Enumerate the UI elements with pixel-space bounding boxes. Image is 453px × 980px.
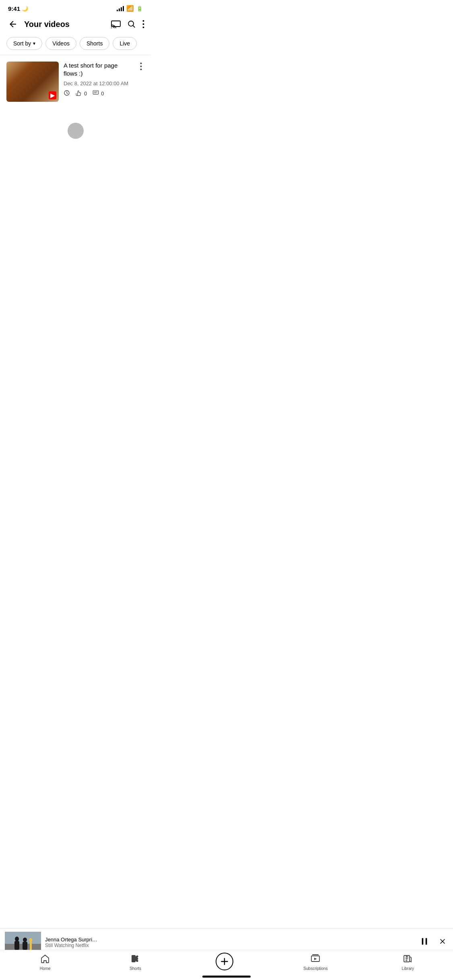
battery-icon: 🔋 bbox=[136, 6, 143, 12]
comments-stat: 0 bbox=[93, 90, 104, 97]
page-title: Your videos bbox=[24, 20, 106, 29]
header-divider bbox=[0, 55, 151, 55]
thumbs-up-icon bbox=[76, 90, 82, 97]
video-thumbnail[interactable]: ▶ bbox=[6, 62, 59, 102]
clock-icon bbox=[64, 90, 70, 97]
signal-icon bbox=[117, 6, 124, 11]
cast-button[interactable] bbox=[111, 20, 121, 28]
video-title: A test short for page flows :) bbox=[64, 62, 133, 78]
svg-point-4 bbox=[143, 23, 144, 25]
chevron-down-icon: ▾ bbox=[33, 41, 35, 46]
status-bar: 9:41 🌙 📶 🔋 bbox=[0, 0, 151, 14]
status-time: 9:41 bbox=[8, 5, 20, 12]
likes-count: 0 bbox=[84, 91, 87, 97]
header-actions bbox=[111, 20, 144, 29]
page-header: Your videos bbox=[0, 14, 151, 35]
video-stats: 0 0 bbox=[64, 90, 133, 97]
comments-count: 0 bbox=[101, 91, 104, 97]
shorts-badge: ▶ bbox=[49, 91, 56, 99]
video-info: A test short for page flows :) Dec 8, 20… bbox=[64, 62, 133, 97]
svg-rect-7 bbox=[93, 91, 99, 94]
svg-point-9 bbox=[140, 66, 142, 67]
svg-rect-0 bbox=[111, 21, 120, 27]
filter-shorts[interactable]: Shorts bbox=[80, 37, 109, 50]
filter-live[interactable]: Live bbox=[113, 37, 137, 50]
search-button[interactable] bbox=[127, 20, 136, 29]
likes-stat: 0 bbox=[76, 90, 87, 97]
wifi-icon: 📶 bbox=[126, 5, 134, 12]
more-options-button[interactable] bbox=[142, 20, 144, 29]
moon-icon: 🌙 bbox=[22, 6, 28, 12]
svg-point-5 bbox=[143, 27, 144, 28]
filter-row: Sort by ▾ Videos Shorts Live bbox=[0, 35, 151, 55]
clock-stat bbox=[64, 90, 70, 97]
svg-point-3 bbox=[143, 20, 144, 22]
back-button[interactable] bbox=[6, 18, 19, 31]
svg-point-8 bbox=[140, 63, 142, 64]
svg-point-1 bbox=[111, 28, 112, 29]
svg-point-10 bbox=[140, 69, 142, 70]
video-more-options-button[interactable] bbox=[138, 62, 144, 73]
video-date: Dec 8, 2022 at 12:00:00 AM bbox=[64, 80, 133, 86]
filter-sort-by[interactable]: Sort by ▾ bbox=[6, 37, 42, 50]
comment-icon bbox=[93, 90, 99, 97]
video-item: ▶ A test short for page flows :) Dec 8, … bbox=[0, 57, 151, 107]
status-icons: 📶 🔋 bbox=[117, 5, 143, 12]
filter-videos[interactable]: Videos bbox=[45, 37, 76, 50]
loading-spinner bbox=[0, 107, 151, 155]
